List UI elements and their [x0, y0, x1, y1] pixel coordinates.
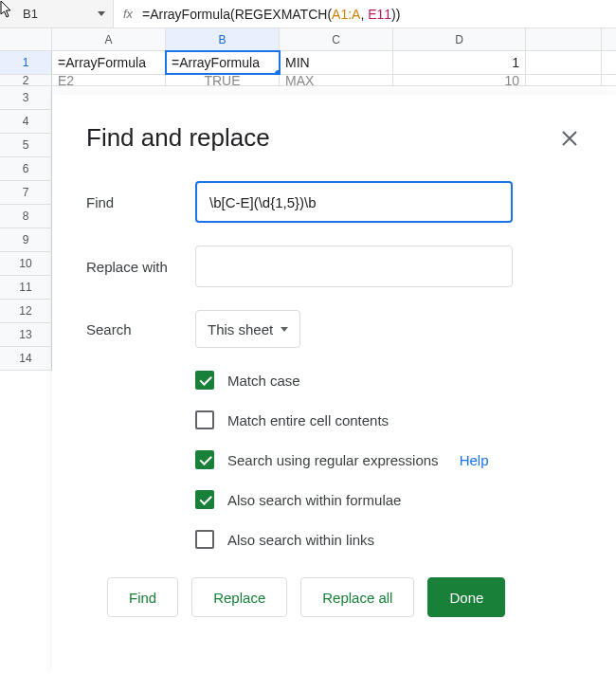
replace-label: Replace with	[86, 259, 195, 275]
cell-B1[interactable]: =ArrayFormula	[166, 51, 280, 74]
row-header-13[interactable]: 13	[0, 323, 52, 346]
formula-bar: B1 fx =ArrayFormula(REGEXMATCH(A1:A, E11…	[0, 0, 616, 28]
entire-cell-checkbox[interactable]	[195, 410, 214, 429]
match-case-checkbox[interactable]	[195, 371, 214, 390]
cell-D1[interactable]: 1	[393, 51, 526, 74]
search-label: Search	[86, 321, 195, 337]
row-header-1[interactable]: 1	[0, 51, 52, 74]
find-button[interactable]: Find	[107, 577, 178, 617]
row-header-3[interactable]: 3	[0, 86, 52, 109]
row-header-10[interactable]: 10	[0, 252, 52, 275]
formulae-label: Also search within formulae	[227, 492, 401, 508]
row-header-4[interactable]: 4	[0, 110, 52, 133]
name-box-value: B1	[23, 7, 98, 21]
row-2: 2 E2 TRUE MAX 10	[0, 75, 616, 86]
cell-C1[interactable]: MIN	[280, 51, 393, 74]
done-button[interactable]: Done	[427, 577, 505, 617]
select-all-corner[interactable]	[0, 28, 52, 50]
chevron-down-icon	[98, 11, 105, 16]
formulae-checkbox[interactable]	[195, 490, 214, 509]
regex-checkbox[interactable]	[195, 450, 214, 469]
cell-C2[interactable]: MAX	[280, 75, 393, 85]
find-label: Find	[86, 194, 195, 210]
replace-button[interactable]: Replace	[191, 577, 287, 617]
formula-input[interactable]: =ArrayFormula(REGEXMATCH(A1:A, E11))	[142, 7, 616, 22]
entire-cell-label: Match entire cell contents	[227, 412, 389, 428]
row-header-12[interactable]: 12	[0, 300, 52, 322]
regex-help-link[interactable]: Help	[460, 452, 489, 468]
col-header-spare[interactable]	[526, 28, 602, 50]
cell-E2[interactable]	[526, 75, 602, 85]
row-header-8[interactable]: 8	[0, 205, 52, 228]
col-header-B[interactable]: B	[166, 28, 280, 50]
col-header-D[interactable]: D	[393, 28, 526, 50]
name-box[interactable]: B1	[0, 0, 114, 27]
row-1: 1 =ArrayFormula =ArrayFormula MIN 1	[0, 51, 616, 75]
cell-E1[interactable]	[526, 51, 602, 74]
cell-A1[interactable]: =ArrayFormula	[52, 51, 166, 74]
links-label: Also search within links	[227, 532, 374, 548]
cell-B2[interactable]: TRUE	[166, 75, 280, 85]
replace-input[interactable]	[195, 246, 513, 287]
col-header-A[interactable]: A	[52, 28, 166, 50]
cell-D2[interactable]: 10	[393, 75, 526, 85]
row-header-5[interactable]: 5	[0, 134, 52, 156]
replace-all-button[interactable]: Replace all	[300, 577, 414, 617]
cell-A2[interactable]: E2	[52, 75, 166, 85]
links-checkbox[interactable]	[195, 530, 214, 549]
dialog-title: Find and replace	[86, 123, 270, 153]
close-icon[interactable]	[557, 126, 582, 151]
regex-label: Search using regular expressions	[227, 452, 439, 468]
search-scope-value: This sheet	[208, 321, 273, 337]
search-scope-select[interactable]: This sheet	[195, 310, 300, 348]
fx-icon: fx	[114, 7, 142, 21]
row-header-7[interactable]: 7	[0, 181, 52, 204]
find-input[interactable]	[195, 181, 513, 223]
col-header-C[interactable]: C	[280, 28, 393, 50]
selection-handle[interactable]	[275, 70, 280, 74]
chevron-down-icon	[281, 327, 288, 332]
row-header-2[interactable]: 2	[0, 75, 52, 85]
row-header-14[interactable]: 14	[0, 347, 52, 370]
find-replace-dialog: Find and replace Find Replace with Searc…	[52, 95, 616, 674]
row-header-6[interactable]: 6	[0, 157, 52, 180]
row-header-11[interactable]: 11	[0, 276, 52, 299]
row-header-9[interactable]: 9	[0, 228, 52, 251]
column-headers: A B C D	[0, 28, 616, 51]
match-case-label: Match case	[227, 373, 300, 389]
